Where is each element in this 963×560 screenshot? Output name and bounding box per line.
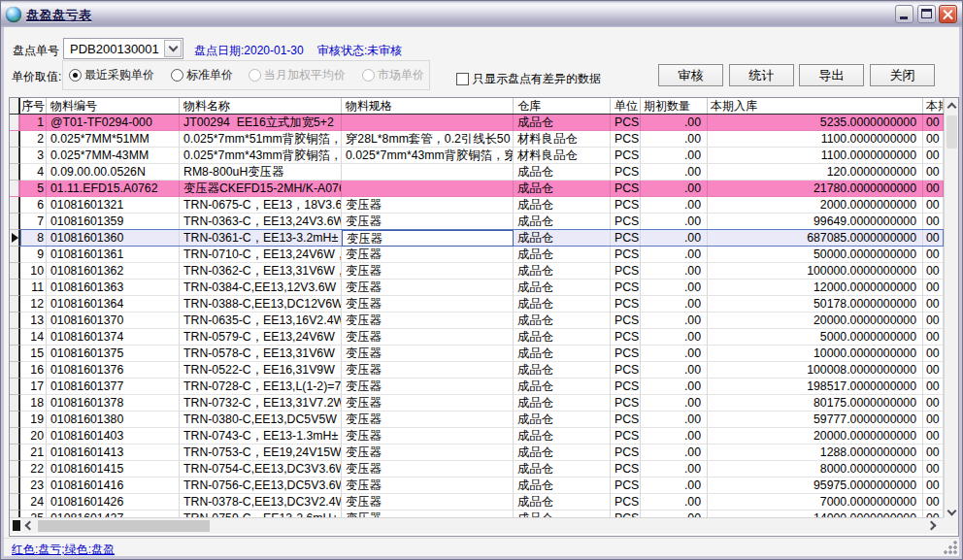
- cell-wh[interactable]: 成品仓: [514, 428, 611, 445]
- cell-name[interactable]: TRN-0380-C,EE13,DC5V5W: [180, 412, 342, 428]
- table-row[interactable]: 13 01081601370 TRN-0635-C，EE13,16V2.4W 变…: [10, 313, 944, 329]
- table-row[interactable]: 12 01081601364 TRN-0388-C,EE13,DC12V6W 变…: [10, 296, 944, 313]
- cell-unit[interactable]: PCS: [611, 379, 641, 395]
- cell-wh[interactable]: 成品仓: [514, 247, 611, 263]
- table-row[interactable]: 14 01081601374 TRN-0579-C，EE13,24V6W 变压器…: [10, 329, 944, 346]
- cell-unit[interactable]: PCS: [611, 181, 641, 197]
- cell-name[interactable]: 0.025*7mm*51mm背胶铜箔，: [180, 131, 342, 148]
- cell-out[interactable]: 00: [923, 346, 944, 362]
- table-row[interactable]: 18 01081601378 TRN-0732-C，EE13,31V7.2W 变…: [10, 395, 944, 412]
- row-indicator[interactable]: [10, 164, 20, 181]
- table-row[interactable]: 3 0.025*7MM-43MM 0.025*7mm*43mm背胶铜箔， 0.0…: [10, 148, 944, 164]
- cell-beg[interactable]: .00: [641, 131, 708, 148]
- column-header-seq[interactable]: 序号: [20, 98, 47, 114]
- cell-spec[interactable]: 变压器: [342, 197, 514, 214]
- cell-name[interactable]: TRN-0578-C，EE13,31V6W: [180, 346, 342, 362]
- cell-unit[interactable]: PCS: [611, 478, 641, 494]
- row-indicator[interactable]: [10, 313, 20, 329]
- cell-inq[interactable]: 198517.0000000000: [708, 379, 923, 395]
- row-indicator[interactable]: [10, 247, 20, 263]
- cell-spec[interactable]: 变压器: [342, 461, 514, 478]
- cell-inq[interactable]: 21780.0000000000: [708, 181, 923, 197]
- cell-name[interactable]: TRN-0756-C,EE13,DC5V3.6W: [180, 478, 342, 494]
- cell-beg[interactable]: .00: [641, 164, 708, 181]
- cell-seq[interactable]: 9: [20, 247, 47, 263]
- cell-code[interactable]: 01081601415: [47, 461, 180, 478]
- cell-beg[interactable]: .00: [641, 478, 708, 494]
- cell-code[interactable]: 01081601413: [47, 445, 180, 461]
- cell-inq[interactable]: 5000.0000000000: [708, 329, 923, 346]
- cell-unit[interactable]: PCS: [611, 197, 641, 214]
- cell-wh[interactable]: 成品仓: [514, 461, 611, 478]
- table-row[interactable]: 7 01081601359 TRN-0363-C，EE13,24V3.6W 变压…: [10, 214, 944, 230]
- row-indicator[interactable]: [10, 494, 20, 511]
- cell-unit[interactable]: PCS: [611, 148, 641, 164]
- cell-spec[interactable]: 变压器: [342, 428, 514, 445]
- cell-unit[interactable]: PCS: [611, 164, 641, 181]
- column-header-code[interactable]: 物料编号: [47, 98, 180, 114]
- cell-code[interactable]: 01081601376: [47, 362, 180, 379]
- cell-wh[interactable]: 成品仓: [514, 296, 611, 313]
- cell-beg[interactable]: .00: [641, 346, 708, 362]
- cell-inq[interactable]: 95975.0000000000: [708, 478, 923, 494]
- cell-name[interactable]: 变压器CKEFD15-2MH/K-A076: [180, 181, 342, 197]
- cell-out[interactable]: 00: [923, 428, 944, 445]
- table-row[interactable]: 2 0.025*7MM*51MM 0.025*7mm*51mm背胶铜箔， 穿28…: [10, 131, 944, 148]
- cell-beg[interactable]: .00: [641, 247, 708, 263]
- cell-name[interactable]: JT00294 EE16立式加宽5+2: [180, 115, 342, 131]
- cell-out[interactable]: 00: [923, 445, 944, 461]
- cell-beg[interactable]: .00: [641, 428, 708, 445]
- radio-price-monthly-weighted-avg[interactable]: 当月加权平均价: [249, 61, 346, 89]
- cell-spec[interactable]: 变压器: [342, 280, 514, 296]
- cell-beg[interactable]: .00: [641, 412, 708, 428]
- cell-spec[interactable]: 变压器: [342, 445, 514, 461]
- cell-inq[interactable]: 5235.0000000000: [708, 115, 923, 131]
- stats-button[interactable]: 统计: [729, 64, 794, 86]
- scroll-left-button[interactable]: [21, 518, 37, 534]
- table-row[interactable]: 22 01081601415 TRN-0754-C,EE13,DC3V3.6W …: [10, 461, 944, 478]
- cell-inq[interactable]: 2000.0000000000: [708, 197, 923, 214]
- export-button[interactable]: 导出: [799, 64, 864, 86]
- cell-inq[interactable]: 50178.0000000000: [708, 296, 923, 313]
- row-indicator[interactable]: [10, 461, 20, 478]
- cell-beg[interactable]: .00: [641, 263, 708, 280]
- cell-spec[interactable]: 变压器: [342, 296, 514, 313]
- audit-button[interactable]: 审核: [658, 64, 723, 86]
- order-number-combobox[interactable]: PDB200130001: [63, 38, 183, 59]
- cell-out[interactable]: 00: [923, 280, 944, 296]
- cell-name[interactable]: TRN-0635-C，EE13,16V2.4W: [180, 313, 342, 329]
- column-header-beg[interactable]: 期初数量: [641, 98, 708, 114]
- cell-spec[interactable]: 变压器: [342, 214, 514, 230]
- cell-name[interactable]: TRN-0710-C，EE13,24V6W，: [180, 247, 342, 263]
- cell-seq[interactable]: 12: [20, 296, 47, 313]
- cell-seq[interactable]: 22: [20, 461, 47, 478]
- cell-name[interactable]: TRN-0579-C，EE13,24V6W: [180, 329, 342, 346]
- cell-code[interactable]: 01081601359: [47, 214, 180, 230]
- cell-wh[interactable]: 成品仓: [514, 115, 611, 131]
- table-row[interactable]: 21 01081601413 TRN-0753-C，EE19,24V15W 变压…: [10, 445, 944, 461]
- table-row[interactable]: 11 01081601363 TRN-0384-C,EE13,12V3.6W 变…: [10, 280, 944, 296]
- cell-out[interactable]: 00: [923, 164, 944, 181]
- cell-seq[interactable]: 4: [20, 164, 47, 181]
- cell-unit[interactable]: PCS: [611, 461, 641, 478]
- cell-unit[interactable]: PCS: [611, 115, 641, 131]
- cell-wh[interactable]: 成品仓: [514, 164, 611, 181]
- cell-out[interactable]: 00: [923, 247, 944, 263]
- cell-inq[interactable]: 1288.0000000000: [708, 445, 923, 461]
- cell-code[interactable]: 01081601403: [47, 428, 180, 445]
- cell-wh[interactable]: 成品仓: [514, 395, 611, 412]
- cell-code[interactable]: 01081601378: [47, 395, 180, 412]
- cell-code[interactable]: 01081601362: [47, 263, 180, 280]
- column-header-inq[interactable]: 本期入库: [708, 98, 923, 114]
- cell-out[interactable]: 00: [923, 329, 944, 346]
- cell-spec[interactable]: 穿28L*8mm套管，0.2引线长50: [342, 131, 514, 148]
- cell-out[interactable]: 00: [923, 263, 944, 280]
- cell-wh[interactable]: 成品仓: [514, 197, 611, 214]
- row-indicator[interactable]: [10, 329, 20, 346]
- table-row[interactable]: 4 0.09.00.00.0526N RM8-800uH变压器 成品仓 PCS …: [10, 164, 944, 181]
- cell-beg[interactable]: .00: [641, 445, 708, 461]
- table-row[interactable]: 6 01081601321 TRN-0675-C，EE13，18V3.6 变压器…: [10, 197, 944, 214]
- minimize-button[interactable]: [895, 5, 913, 23]
- cell-seq[interactable]: 24: [20, 494, 47, 511]
- cell-code[interactable]: 01081601416: [47, 478, 180, 494]
